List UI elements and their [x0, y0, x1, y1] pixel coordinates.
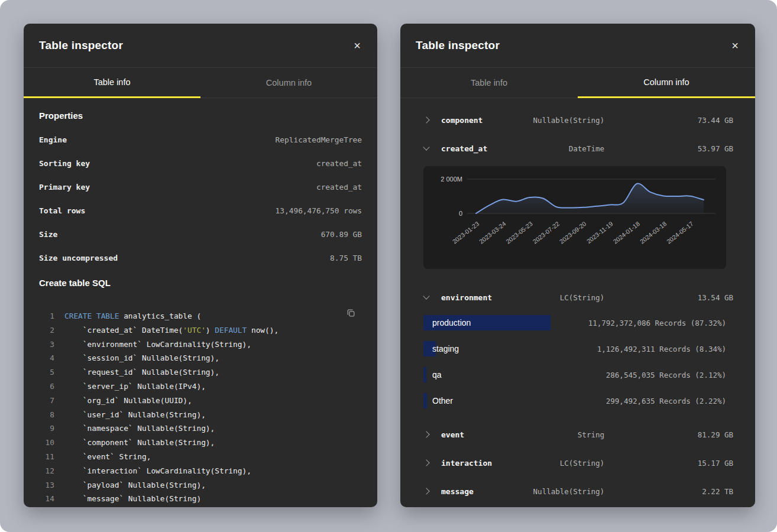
- code-text: `message` Nullable(String): [64, 492, 201, 506]
- chevron-right-icon[interactable]: [423, 431, 429, 437]
- column-name: created_at: [441, 144, 516, 153]
- tab-column-info[interactable]: Column info: [200, 68, 377, 98]
- distribution-row-production: production11,792,372,086 Records (87.32%…: [423, 315, 726, 330]
- code-text: `request_id` Nullable(String),: [64, 365, 219, 379]
- column-row-interaction[interactable]: interactionLC(String)15.17 GB: [400, 449, 755, 477]
- columns-list: componentNullable(String)73.44 GBcreated…: [400, 106, 755, 505]
- property-value: 8.75 TB: [330, 254, 362, 262]
- code-token: `server_ip` Nullable(IPv4),: [64, 382, 206, 391]
- x-axis-tick: 2023-03-24: [478, 220, 507, 245]
- code-token: `session_id` Nullable(String),: [64, 353, 219, 362]
- close-icon[interactable]: ×: [730, 40, 740, 51]
- page-background: Table inspector × Table info Column info…: [0, 0, 777, 532]
- line-number: 11: [39, 450, 54, 464]
- column-size: 73.44 GB: [650, 116, 733, 125]
- code-text: `component` Nullable(String),: [64, 436, 215, 450]
- property-row: Size670.89 GB: [39, 222, 362, 246]
- tab-bar: Table info Column info: [24, 68, 377, 98]
- code-text: `session_id` Nullable(String),: [64, 351, 219, 365]
- code-token: `environment` LowCardinality(String),: [64, 340, 251, 349]
- line-number: 15: [39, 506, 54, 507]
- distribution-label: Other: [432, 396, 453, 406]
- distribution-row-qa: qa286,545,035 Records (2.12%): [423, 367, 726, 382]
- code-token: `interaction` LowCardinality(String),: [64, 466, 251, 475]
- column-name: event: [441, 430, 516, 439]
- x-axis-tick: 2023-07-22: [531, 220, 561, 245]
- sql-code-line: 15) ENGINE = ReplicatedMergeTree('/click…: [39, 506, 362, 507]
- chevron-right-icon[interactable]: [423, 459, 429, 466]
- code-text: `namespace` Nullable(String),: [64, 421, 215, 436]
- column-size: 15.17 GB: [650, 459, 733, 468]
- sql-code-block: 1CREATE TABLE analytics_table (2 `create…: [39, 309, 362, 507]
- sql-code-lines: 1CREATE TABLE analytics_table (2 `create…: [39, 309, 362, 507]
- code-text: CREATE TABLE analytics_table (: [64, 309, 201, 323]
- column-row-message[interactable]: messageNullable(String)2.22 TB: [400, 477, 755, 505]
- chevron-right-icon[interactable]: [423, 488, 429, 494]
- line-number: 6: [39, 379, 54, 394]
- x-axis-tick: 2023-05-23: [504, 220, 534, 245]
- sql-code-line: 5 `request_id` Nullable(String),: [39, 365, 362, 379]
- line-number: 4: [39, 351, 54, 365]
- sql-code-line: 1CREATE TABLE analytics_table (: [39, 309, 362, 323]
- distribution-records: 286,545,035 Records (2.12%): [606, 371, 726, 379]
- x-axis-tick: 2023-09-20: [558, 220, 588, 245]
- create-table-sql-heading: Create table SQL: [39, 278, 362, 288]
- distribution-row-other: Other299,492,635 Records (2.22%): [423, 393, 726, 408]
- column-row-environment[interactable]: environmentLC(String)13.54 GB: [400, 283, 755, 312]
- property-label: Engine: [39, 135, 67, 144]
- code-token: `message` Nullable(String): [64, 494, 201, 503]
- column-name: environment: [441, 293, 516, 302]
- column-row-created_at[interactable]: created_atDateTime53.97 GB: [400, 134, 755, 163]
- code-token: ): [206, 326, 215, 335]
- line-number: 3: [39, 338, 54, 352]
- column-size: 13.54 GB: [650, 293, 733, 302]
- code-text: `user_id` Nullable(String),: [64, 408, 206, 422]
- properties-list: EngineReplicatedMergeTreeSorting keycrea…: [39, 128, 362, 270]
- chevron-down-icon[interactable]: [423, 144, 429, 150]
- line-number: 1: [39, 309, 54, 323]
- code-token: analytics_table (: [119, 312, 201, 320]
- code-text: ) ENGINE = ReplicatedMergeTree('/clickho…: [64, 506, 370, 507]
- sql-code-line: 6 `server_ip` Nullable(IPv4),: [39, 379, 362, 394]
- column-row-event[interactable]: eventString81.29 GB: [400, 420, 755, 449]
- column-type: Nullable(String): [516, 116, 604, 125]
- property-row: EngineReplicatedMergeTree: [39, 128, 362, 151]
- chevron-down-icon[interactable]: [423, 293, 429, 299]
- table-inspector-modal-column-info: Table inspector × Table info Column info…: [400, 24, 755, 507]
- y-axis-tick-top: 2 000M: [441, 176, 462, 183]
- property-row: Size uncompressed8.75 TB: [39, 246, 362, 270]
- code-text: `interaction` LowCardinality(String),: [64, 464, 251, 478]
- chevron-right-icon[interactable]: [423, 116, 429, 123]
- x-axis-tick: 2023-11-19: [585, 220, 614, 245]
- property-label: Sorting key: [39, 159, 90, 168]
- distribution-records: 11,792,372,086 Records (87.32%): [588, 319, 726, 327]
- line-number: 12: [39, 464, 54, 478]
- modal-header: Table inspector ×: [24, 24, 377, 68]
- properties-heading: Properties: [39, 111, 362, 121]
- column-type: String: [516, 430, 604, 439]
- x-axis-tick: 2024-01-18: [611, 220, 641, 245]
- sql-code-line: 2 `created_at` DateTime('UTC') DEFAULT n…: [39, 323, 362, 338]
- tab-table-info[interactable]: Table info: [24, 68, 200, 98]
- copy-icon[interactable]: [345, 307, 357, 321]
- line-number: 8: [39, 408, 54, 422]
- code-token: DEFAULT: [215, 326, 247, 335]
- modal-header: Table inspector ×: [400, 24, 755, 68]
- column-name: interaction: [441, 459, 516, 468]
- property-row: Sorting keycreated_at: [39, 151, 362, 175]
- code-token: 'UTC': [183, 326, 206, 335]
- property-value: 13,496,476,750 rows: [276, 206, 362, 215]
- line-number: 10: [39, 436, 54, 450]
- column-type: LC(String): [516, 293, 604, 302]
- sql-code-line: 3 `environment` LowCardinality(String),: [39, 338, 362, 352]
- column-row-component[interactable]: componentNullable(String)73.44 GB: [400, 106, 755, 134]
- column-type: LC(String): [516, 459, 604, 468]
- distribution-label: production: [432, 318, 471, 327]
- close-icon[interactable]: ×: [352, 40, 362, 51]
- sql-code-line: 10 `component` Nullable(String),: [39, 436, 362, 450]
- sql-code-line: 7 `org_id` Nullable(UUID),: [39, 394, 362, 408]
- distribution-records: 1,126,492,311 Records (8.34%): [597, 345, 726, 353]
- tab-column-info[interactable]: Column info: [578, 68, 755, 98]
- tab-table-info[interactable]: Table info: [400, 68, 578, 98]
- code-text: `payload` Nullable(String),: [64, 478, 206, 492]
